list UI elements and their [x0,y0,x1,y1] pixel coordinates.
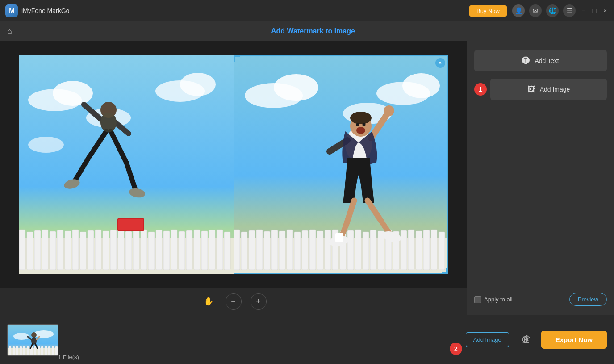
minimize-button[interactable]: − [580,7,587,14]
svg-rect-62 [279,231,285,270]
svg-rect-14 [65,231,71,270]
canvas-area: × ✋ − + [0,41,467,315]
svg-rect-23 [133,230,139,270]
svg-rect-73 [363,232,369,270]
svg-rect-15 [72,230,79,270]
svg-rect-107 [20,346,22,356]
svg-rect-20 [110,230,117,270]
svg-rect-21 [118,230,124,270]
svg-rect-17 [88,230,94,270]
svg-rect-35 [224,232,230,270]
svg-rect-56 [234,230,240,270]
svg-rect-33 [209,230,215,270]
main-content: × ✋ − + 🅣 Add Text 1 🖼 Add Image [0,41,614,315]
svg-rect-81 [423,230,430,270]
svg-rect-116 [52,346,54,356]
svg-rect-72 [355,230,361,270]
titlebar-icons: 👤 ✉ 🌐 ☰ [512,4,576,17]
mail-icon[interactable]: ✉ [529,4,542,17]
maximize-button[interactable]: □ [591,7,598,14]
menu-icon[interactable]: ☰ [563,4,576,17]
svg-rect-8 [19,230,25,270]
svg-rect-115 [48,346,50,356]
zoom-out-button[interactable]: − [226,293,242,310]
buy-now-button[interactable]: Buy Now [469,5,507,17]
svg-rect-79 [408,230,414,270]
svg-point-46 [100,113,117,132]
svg-rect-31 [194,230,200,270]
svg-rect-10 [34,230,41,270]
svg-rect-19 [103,231,109,270]
bottom-bar: 1 File(s) 🗑 2 Add Image ⚙ Export Now [0,315,614,364]
account-icon[interactable]: 👤 [512,4,525,17]
svg-rect-18 [95,230,101,270]
svg-point-54 [402,73,440,98]
panel-bottom: Apply to all Preview [474,293,607,306]
add-image-label: Add Image [540,86,570,93]
svg-point-102 [34,330,54,338]
home-icon[interactable]: ⌂ [7,27,12,36]
canvas-toolbar: ✋ − + [0,288,467,315]
close-button[interactable]: × [601,7,609,14]
apply-all-checkbox[interactable]: Apply to all [474,296,513,303]
export-now-button[interactable]: Export Now [541,331,607,349]
image-canvas: × [19,55,448,274]
svg-rect-48 [118,219,143,230]
svg-rect-117 [55,346,58,356]
thumbnail [7,324,58,356]
svg-rect-61 [271,230,278,270]
svg-point-101 [13,333,29,340]
svg-rect-9 [27,232,33,270]
delete-button[interactable]: 🗑 [518,330,536,348]
svg-rect-26 [156,230,162,270]
app-logo: M [5,4,18,17]
titlebar: M iMyFone MarkGo Buy Now 👤 ✉ 🌐 ☰ − □ × [0,0,614,21]
svg-rect-78 [401,230,407,270]
hand-tool-button[interactable]: ✋ [200,293,217,310]
svg-rect-16 [80,232,86,270]
svg-rect-65 [302,230,308,270]
svg-point-2 [53,81,93,106]
svg-rect-24 [141,230,147,270]
image-left [19,55,234,274]
add-image-row: 1 🖼 Add Image [474,79,607,100]
svg-rect-30 [186,230,192,270]
image-right [234,55,448,274]
svg-rect-28 [171,230,177,270]
svg-point-89 [362,123,365,126]
svg-rect-22 [125,231,132,270]
svg-rect-68 [325,230,331,270]
globe-icon[interactable]: 🌐 [546,4,559,17]
svg-rect-71 [347,230,354,270]
add-image-bottom-button[interactable]: Add Image [466,332,509,347]
svg-rect-25 [148,232,155,270]
svg-rect-34 [217,230,223,270]
apply-all-label: Apply to all [484,296,513,303]
zoom-in-button[interactable]: + [251,293,267,310]
svg-point-51 [274,74,318,101]
add-text-button[interactable]: 🅣 Add Text [474,50,607,71]
preview-button[interactable]: Preview [569,293,607,306]
svg-rect-105 [13,346,15,356]
add-text-label: Add Text [535,57,559,64]
svg-rect-82 [431,230,437,270]
right-panel: 🅣 Add Text 1 🖼 Add Image Apply to all Pr… [467,41,614,315]
badge-1: 1 [474,83,487,96]
svg-rect-104 [9,346,11,356]
svg-rect-74 [370,230,376,270]
add-image-button[interactable]: 🖼 Add Image [490,79,607,100]
svg-rect-114 [45,346,47,356]
badge-2: 2 [450,343,462,355]
svg-rect-99 [335,233,343,242]
file-count: 1 File(s) [58,354,79,360]
checkbox[interactable] [474,296,481,303]
svg-rect-67 [317,231,323,270]
svg-rect-113 [41,346,43,356]
svg-rect-111 [34,346,36,356]
text-icon: 🅣 [522,56,530,66]
svg-rect-66 [309,230,316,270]
image-icon: 🖼 [527,85,535,94]
svg-rect-103 [8,348,58,356]
svg-point-88 [356,123,359,126]
svg-rect-27 [163,231,170,270]
